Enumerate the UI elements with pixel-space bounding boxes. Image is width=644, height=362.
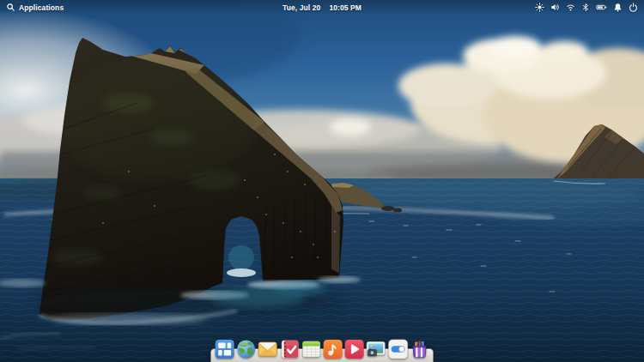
settings-toggle-icon: [387, 339, 408, 359]
panel-date: Tue, Jul 20: [283, 3, 320, 12]
panel-time: 10:05 PM: [329, 3, 361, 12]
battery-icon[interactable]: [596, 3, 607, 12]
dock-item-multitasking[interactable]: [215, 339, 235, 359]
network-wifi-icon[interactable]: [566, 3, 575, 12]
bluetooth-icon[interactable]: [581, 3, 590, 12]
dock-icons: [215, 339, 430, 359]
mail-envelope-icon: [258, 339, 278, 359]
wallpaper-drangarnir-sea-arch: [0, 0, 644, 362]
dock-item-settings[interactable]: [387, 339, 408, 359]
music-note-icon: [323, 339, 343, 359]
applications-menu[interactable]: Applications: [6, 3, 64, 12]
appcenter-shopping-bag-icon: [409, 339, 429, 359]
dock-item-web[interactable]: [236, 339, 257, 359]
tasks-checkmark-notebook-icon: [279, 339, 300, 359]
system-indicators: [535, 3, 638, 12]
calendar-icon: [301, 339, 321, 359]
dock: [210, 348, 434, 362]
datetime-indicator[interactable]: Tue, Jul 20 10:05 PM: [283, 3, 361, 12]
sound-icon[interactable]: [550, 3, 560, 12]
desktop: Applications Tue, Jul 20 10:05 PM: [0, 0, 644, 362]
dock-item-appcenter[interactable]: [409, 339, 429, 359]
dock-item-photos[interactable]: [366, 339, 386, 359]
dock-item-tasks[interactable]: [279, 339, 300, 359]
photos-camera-icon: [366, 339, 386, 359]
dock-item-mail[interactable]: [258, 339, 278, 359]
notifications-bell-icon[interactable]: [613, 3, 623, 12]
search-icon: [6, 3, 15, 12]
web-browser-globe-icon: [236, 339, 257, 359]
applications-label: Applications: [19, 3, 64, 12]
brightness-icon[interactable]: [535, 3, 544, 12]
top-panel: Applications Tue, Jul 20 10:05 PM: [0, 0, 644, 15]
multitasking-view-icon: [215, 339, 235, 359]
power-session-icon[interactable]: [629, 3, 638, 12]
dock-item-music[interactable]: [323, 339, 343, 359]
dock-item-calendar[interactable]: [301, 339, 321, 359]
dock-item-videos[interactable]: [344, 339, 365, 359]
videos-play-icon: [344, 339, 365, 359]
